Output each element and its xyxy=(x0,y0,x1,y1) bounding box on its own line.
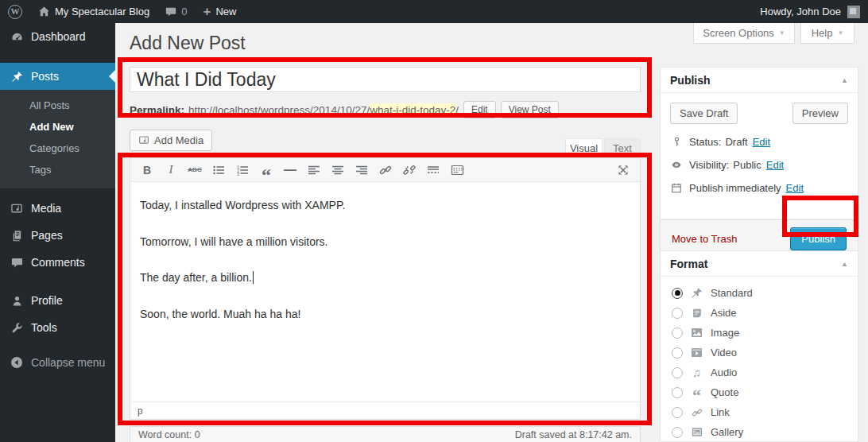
gallery-icon xyxy=(690,427,703,437)
format-option-image[interactable]: Image xyxy=(661,323,858,343)
eye-icon xyxy=(670,160,683,170)
format-panel-title: Format xyxy=(670,258,707,270)
chevron-down-icon: ▼ xyxy=(779,29,785,37)
sidebar-item-tags[interactable]: Tags xyxy=(0,159,115,180)
preview-button[interactable]: Preview xyxy=(792,103,848,124)
sidebar-label-dashboard: Dashboard xyxy=(31,30,86,43)
sidebar-label-collapse: Collapse menu xyxy=(31,356,105,369)
publish-panel-header[interactable]: Publish ▲ xyxy=(661,68,858,93)
wordpress-logo-menu[interactable]: W xyxy=(0,0,30,23)
avatar[interactable] xyxy=(847,6,860,18)
editor-paragraph: Today, I installed Wordpress with XAMPP. xyxy=(140,198,632,214)
editor-content-area[interactable]: Today, I installed Wordpress with XAMPP.… xyxy=(130,182,640,401)
toolbar-toggle-button[interactable] xyxy=(447,161,467,180)
move-to-trash-link[interactable]: Move to Trash xyxy=(672,233,737,245)
svg-text:3: 3 xyxy=(237,172,239,176)
save-draft-button[interactable]: Save Draft xyxy=(670,103,738,124)
panel-toggle-icon[interactable]: ▲ xyxy=(841,260,848,268)
blockquote-button[interactable]: “ xyxy=(256,161,277,180)
radio-standard[interactable] xyxy=(672,288,683,299)
format-option-gallery[interactable]: Gallery xyxy=(661,422,858,442)
strikethrough-button[interactable]: ABC xyxy=(184,161,205,180)
sidebar-item-tools[interactable]: Tools xyxy=(0,314,115,341)
screen-options-tab[interactable]: Screen Options ▼ xyxy=(693,23,795,44)
calendar-icon xyxy=(670,182,683,194)
sidebar-label-posts: Posts xyxy=(31,70,59,83)
edit-schedule-link[interactable]: Edit xyxy=(786,182,804,194)
fullscreen-button[interactable] xyxy=(613,161,634,180)
image-icon xyxy=(690,328,703,338)
format-option-aside[interactable]: Aside xyxy=(661,303,858,323)
numbered-list-button[interactable]: 123 xyxy=(232,161,253,180)
post-title-input[interactable] xyxy=(130,67,641,92)
view-post-button[interactable]: View Post xyxy=(501,101,559,118)
permalink-edit-button[interactable]: Edit xyxy=(463,101,496,118)
site-name-link[interactable]: My Spectacular Blog xyxy=(30,0,157,23)
edit-status-link[interactable]: Edit xyxy=(753,136,770,148)
format-option-video[interactable]: Video xyxy=(661,343,858,363)
schedule-text: Publish immediately xyxy=(689,182,781,194)
radio-video[interactable] xyxy=(672,347,683,359)
align-left-button[interactable] xyxy=(304,161,324,180)
edit-visibility-link[interactable]: Edit xyxy=(766,159,784,171)
media-icon xyxy=(10,203,24,215)
align-center-button[interactable] xyxy=(327,161,348,180)
sidebar-collapse-menu[interactable]: Collapse menu xyxy=(0,349,115,376)
add-media-button[interactable]: Add Media xyxy=(130,130,212,151)
sidebar-item-posts[interactable]: Posts xyxy=(0,63,115,90)
format-option-audio[interactable]: ♫ Audio xyxy=(661,363,858,382)
howdy-account-link[interactable]: Howdy, John Doe xyxy=(760,6,841,17)
radio-gallery[interactable] xyxy=(672,427,683,438)
wordcount-bar: Word count: 0 Draft saved at 8:17:42 am. xyxy=(130,426,641,442)
publish-button[interactable]: Publish xyxy=(790,227,847,250)
visibility-row: Visibility: Public Edit xyxy=(661,153,858,176)
unlink-button[interactable] xyxy=(399,161,420,180)
radio-audio[interactable] xyxy=(672,367,683,378)
editor-toolbar: B I ABC 123 “ — xyxy=(130,158,640,182)
align-right-button[interactable] xyxy=(351,161,372,180)
aside-note-icon xyxy=(690,308,703,319)
admin-bar-new[interactable]: + New xyxy=(195,0,244,23)
sidebar-label-pages: Pages xyxy=(31,229,63,242)
sidebar-item-media[interactable]: Media xyxy=(0,195,115,222)
italic-button[interactable]: I xyxy=(161,161,181,180)
status-row: Status: Draft Edit xyxy=(661,130,858,153)
new-label: New xyxy=(215,6,236,17)
bullet-list-button[interactable] xyxy=(208,161,229,180)
admin-bar-comments[interactable]: 0 xyxy=(157,0,195,23)
permalink-row: Permalink: http://localhost/wordpress/20… xyxy=(130,100,559,119)
sidebar-item-profile[interactable]: Profile xyxy=(0,287,115,314)
horizontal-rule-button[interactable]: — xyxy=(280,161,300,180)
radio-link[interactable] xyxy=(672,407,683,418)
comment-count: 0 xyxy=(181,6,187,17)
sidebar-item-comments[interactable]: Comments xyxy=(0,249,115,276)
insert-link-button[interactable] xyxy=(375,161,396,180)
element-path[interactable]: p xyxy=(138,405,143,417)
chevron-down-icon: ▼ xyxy=(837,29,843,37)
format-panel-header[interactable]: Format ▲ xyxy=(661,251,858,277)
format-option-link[interactable]: Link xyxy=(661,402,858,422)
panel-toggle-icon[interactable]: ▲ xyxy=(841,76,848,84)
sidebar-item-add-new[interactable]: Add New xyxy=(0,116,115,138)
sidebar-item-dashboard[interactable]: Dashboard xyxy=(0,23,115,50)
visual-tab[interactable]: Visual xyxy=(565,138,603,157)
sidebar-label-comments: Comments xyxy=(31,256,85,269)
dashboard-gauge-icon xyxy=(10,31,24,43)
screen-options-label: Screen Options xyxy=(703,27,774,39)
radio-aside[interactable] xyxy=(672,308,683,319)
draft-saved-status: Draft saved at 8:17:42 am. xyxy=(515,429,632,440)
text-tab[interactable]: Text xyxy=(604,138,641,157)
radio-image[interactable] xyxy=(672,328,683,339)
pushpin-icon xyxy=(10,71,24,83)
bold-button[interactable]: B xyxy=(137,161,157,180)
visibility-value: Public xyxy=(733,159,761,171)
schedule-row: Publish immediately Edit xyxy=(661,176,858,200)
help-tab[interactable]: Help ▼ xyxy=(800,23,854,44)
format-option-standard[interactable]: Standard xyxy=(661,283,858,303)
sidebar-item-categories[interactable]: Categories xyxy=(0,138,115,159)
sidebar-item-all-posts[interactable]: All Posts xyxy=(0,95,115,116)
sidebar-item-pages[interactable]: Pages xyxy=(0,222,115,249)
more-tag-button[interactable] xyxy=(423,161,444,180)
format-option-quote[interactable]: “ Quote xyxy=(661,382,858,402)
radio-quote[interactable] xyxy=(672,387,683,398)
